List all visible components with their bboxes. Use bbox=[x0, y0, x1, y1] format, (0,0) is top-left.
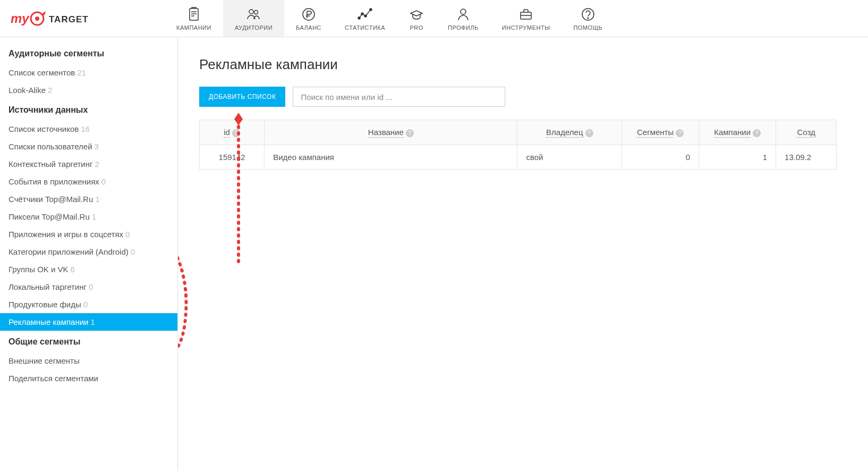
nav-label: ИНСТРУМЕНТЫ bbox=[502, 24, 550, 31]
cell-segments: 0 bbox=[622, 145, 699, 169]
sidebar-header-shared: Общие сегменты bbox=[0, 331, 177, 352]
cell-owner: свой bbox=[517, 145, 622, 169]
sidebar-item-label: Списки пользователей bbox=[8, 142, 92, 151]
help-icon[interactable]: ? bbox=[585, 129, 593, 137]
annotation-arrow-icon bbox=[178, 231, 211, 370]
cell-created: 13.09.2 bbox=[776, 145, 837, 169]
profile-icon bbox=[455, 6, 471, 22]
help-icon bbox=[580, 6, 596, 22]
nav-label: ПОМОЩЬ bbox=[573, 24, 602, 31]
nav-statistics[interactable]: СТАТИСТИКА bbox=[333, 0, 397, 37]
sidebar-item-user-lists[interactable]: Списки пользователей3 bbox=[0, 138, 177, 155]
sidebar-item-label: Продуктовые фиды bbox=[8, 300, 81, 309]
help-icon[interactable]: ? bbox=[232, 129, 240, 137]
col-header-segments[interactable]: Сегменты? bbox=[622, 120, 699, 145]
svg-point-8 bbox=[249, 10, 253, 14]
cell-name: Видео кампания bbox=[265, 145, 517, 169]
sidebar-item-count: 2 bbox=[95, 160, 99, 169]
col-header-name[interactable]: Название? bbox=[265, 120, 517, 145]
svg-text:my: my bbox=[11, 11, 30, 26]
nav-audiences[interactable]: АУДИТОРИИ bbox=[223, 0, 284, 37]
cap-icon bbox=[409, 6, 424, 22]
toolbox-icon bbox=[518, 6, 534, 22]
cell-campaigns: 1 bbox=[699, 145, 776, 169]
nav-label: АУДИТОРИИ bbox=[235, 24, 273, 31]
main-content: Рекламные кампании ДОБАВИТЬ СПИСОК id? Н… bbox=[178, 37, 868, 470]
sidebar-item-label: Группы OK и VK bbox=[8, 265, 69, 274]
nav-tools[interactable]: ИНСТРУМЕНТЫ bbox=[490, 0, 562, 37]
sidebar-item-external-segments[interactable]: Внешние сегменты bbox=[0, 352, 177, 370]
sidebar-item-label: Пиксели Top@Mail.Ru bbox=[8, 212, 90, 221]
col-header-id[interactable]: id? bbox=[200, 120, 265, 145]
sidebar-item-ad-campaigns[interactable]: Рекламные кампании1 bbox=[0, 313, 177, 331]
col-header-owner[interactable]: Владелец? bbox=[517, 120, 622, 145]
svg-rect-4 bbox=[190, 9, 198, 20]
help-icon[interactable]: ? bbox=[676, 129, 684, 137]
nav-profile[interactable]: ПРОФИЛЬ bbox=[436, 0, 490, 37]
sidebar-item-topmail-counters[interactable]: Счётчики Top@Mail.Ru1 bbox=[0, 190, 177, 208]
sidebar-item-topmail-pixels[interactable]: Пиксели Top@Mail.Ru1 bbox=[0, 208, 177, 225]
sidebar-header-sources: Источники данных bbox=[0, 99, 177, 120]
nav-label: СТАТИСТИКА bbox=[345, 24, 385, 31]
help-icon[interactable]: ? bbox=[753, 129, 761, 137]
nav-campaigns[interactable]: КАМПАНИИ bbox=[165, 0, 223, 37]
sidebar-item-segment-list[interactable]: Список сегментов21 bbox=[0, 64, 177, 81]
sidebar-item-source-list[interactable]: Список источников16 bbox=[0, 120, 177, 138]
search-input[interactable] bbox=[293, 87, 505, 107]
campaigns-table: id? Название? Владелец? Сегменты? Кампан… bbox=[199, 120, 837, 170]
sidebar-item-count: 0 bbox=[101, 177, 106, 186]
sidebar-item-social-apps[interactable]: Приложения и игры в соцсетях0 bbox=[0, 225, 177, 243]
ruble-icon bbox=[301, 6, 317, 22]
sidebar-item-share-segments[interactable]: Поделиться сегментами bbox=[0, 370, 177, 387]
svg-point-19 bbox=[588, 18, 589, 19]
sidebar-item-label: Категории приложений (Android) bbox=[8, 247, 129, 256]
sidebar-item-count: 0 bbox=[125, 230, 130, 239]
logo: my TARGET bbox=[0, 8, 165, 29]
sidebar-item-count: 21 bbox=[77, 68, 86, 77]
people-icon bbox=[245, 6, 261, 22]
sidebar-item-label: Список сегментов bbox=[8, 68, 75, 77]
sidebar-item-count: 1 bbox=[90, 317, 95, 326]
nav-pro[interactable]: PRO bbox=[397, 0, 436, 37]
help-icon[interactable]: ? bbox=[406, 129, 414, 137]
chart-icon bbox=[357, 6, 373, 22]
sidebar-item-count: 0 bbox=[83, 300, 88, 309]
svg-point-15 bbox=[461, 9, 466, 14]
nav-label: БАЛАНС bbox=[296, 24, 321, 31]
sidebar-item-count: 0 bbox=[131, 247, 135, 256]
sidebar-item-lookalike[interactable]: Look-Alike2 bbox=[0, 81, 177, 99]
table-row[interactable]: 159142 Видео кампания свой 0 1 13.09.2 bbox=[200, 145, 837, 169]
svg-point-9 bbox=[254, 10, 258, 14]
table-header-row: id? Название? Владелец? Сегменты? Кампан… bbox=[200, 120, 837, 145]
page-title: Рекламные кампании bbox=[199, 56, 868, 73]
sidebar-item-android-categories[interactable]: Категории приложений (Android)0 bbox=[0, 243, 177, 261]
sidebar-item-local-targeting[interactable]: Локальный таргетинг0 bbox=[0, 278, 177, 296]
nav-label: КАМПАНИИ bbox=[176, 24, 211, 31]
svg-point-13 bbox=[364, 15, 367, 17]
toolbar: ДОБАВИТЬ СПИСОК bbox=[199, 87, 868, 107]
sidebar: Аудиторные сегменты Список сегментов21 L… bbox=[0, 37, 178, 470]
sidebar-item-app-events[interactable]: События в приложениях0 bbox=[0, 173, 177, 190]
nav-items: КАМПАНИИ АУДИТОРИИ БАЛАНС СТАТИСТИКА PRO… bbox=[165, 0, 614, 37]
top-navigation: my TARGET КАМПАНИИ АУДИТОРИИ БАЛАНС СТАТ… bbox=[0, 0, 868, 37]
nav-balance[interactable]: БАЛАНС bbox=[284, 0, 333, 37]
add-list-button[interactable]: ДОБАВИТЬ СПИСОК bbox=[199, 87, 285, 107]
svg-text:TARGET: TARGET bbox=[49, 14, 89, 24]
sidebar-item-ok-vk-groups[interactable]: Группы OK и VK6 bbox=[0, 261, 177, 278]
sidebar-item-count: 16 bbox=[81, 124, 90, 133]
sidebar-item-label: События в приложениях bbox=[8, 177, 99, 186]
sidebar-item-context-targeting[interactable]: Контекстный таргетинг2 bbox=[0, 155, 177, 173]
col-header-created[interactable]: Созд bbox=[776, 120, 837, 145]
sidebar-item-label: Контекстный таргетинг bbox=[8, 160, 93, 169]
sidebar-item-count: 0 bbox=[89, 282, 93, 291]
sidebar-item-product-feeds[interactable]: Продуктовые фиды0 bbox=[0, 296, 177, 313]
sidebar-header-segments: Аудиторные сегменты bbox=[0, 43, 177, 64]
col-header-campaigns[interactable]: Кампании? bbox=[699, 120, 776, 145]
sidebar-item-count: 6 bbox=[71, 265, 75, 274]
sidebar-item-count: 1 bbox=[95, 195, 99, 204]
document-icon bbox=[186, 6, 202, 22]
nav-help[interactable]: ПОМОЩЬ bbox=[561, 0, 614, 37]
cell-id: 159142 bbox=[200, 145, 265, 169]
svg-point-14 bbox=[370, 9, 372, 11]
sidebar-item-label: Внешние сегменты bbox=[8, 356, 80, 365]
